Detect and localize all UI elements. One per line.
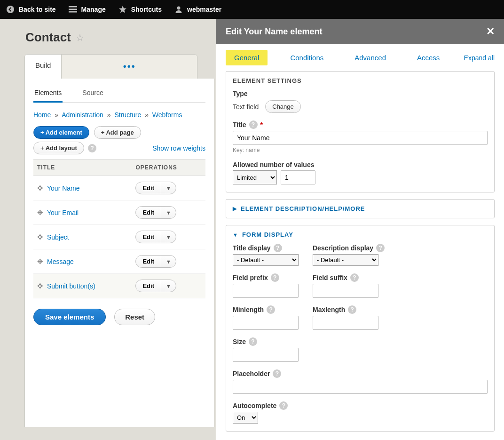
help-icon[interactable]: ? <box>88 144 96 152</box>
svg-marker-4 <box>119 6 126 13</box>
drag-handle-icon[interactable]: ✥ <box>37 257 43 266</box>
subtab-elements[interactable]: Elements <box>33 86 63 103</box>
title-field-label: Title <box>233 121 246 128</box>
title-input[interactable] <box>233 131 488 145</box>
drag-handle-icon[interactable]: ✥ <box>37 233 43 241</box>
field-suffix-input[interactable] <box>313 284 378 298</box>
element-description-toggle[interactable]: ▶ ELEMENT DESCRIPTION/HELP/MORE <box>226 200 494 218</box>
dropdown-toggle-button[interactable]: ▼ <box>161 280 176 292</box>
back-arrow-icon <box>6 5 15 14</box>
crumb-admin[interactable]: Administration <box>62 111 103 119</box>
hamburger-icon <box>68 5 78 14</box>
crumb-webforms[interactable]: Webforms <box>152 111 182 119</box>
help-icon[interactable]: ? <box>249 120 258 129</box>
back-to-site-link[interactable]: Back to site <box>6 5 56 14</box>
add-layout-button[interactable]: + Add layout <box>33 142 84 154</box>
manage-menu[interactable]: Manage <box>68 5 106 14</box>
offcanvas-header: Edit Your Name element ✕ <box>216 19 504 44</box>
offcanvas-panel: Edit Your Name element ✕ General Conditi… <box>216 19 504 440</box>
tab-access[interactable]: Access <box>409 50 448 65</box>
drag-handle-icon[interactable]: ✥ <box>37 184 43 192</box>
dropdown-toggle-button[interactable]: ▼ <box>161 182 176 194</box>
add-element-button[interactable]: + Add element <box>33 126 89 139</box>
table-row: ✥Your Email Edit▼ <box>33 200 205 225</box>
help-icon[interactable]: ? <box>271 273 279 282</box>
user-menu[interactable]: webmaster <box>174 5 221 14</box>
drag-handle-icon[interactable]: ✥ <box>37 208 43 217</box>
allowed-mode-select[interactable]: Limited <box>233 170 277 184</box>
expand-all-link[interactable]: Expand all <box>464 54 495 62</box>
type-value: Text field <box>233 103 259 111</box>
element-link[interactable]: Submit button(s) <box>47 282 95 290</box>
element-link[interactable]: Your Email <box>47 209 79 216</box>
svg-point-5 <box>177 7 181 10</box>
element-link[interactable]: Your Name <box>47 184 80 192</box>
triangle-right-icon: ▶ <box>233 206 237 212</box>
svg-rect-3 <box>69 11 77 13</box>
tab-conditions[interactable]: Conditions <box>282 50 332 65</box>
modal-tabs: General Conditions Advanced Access Expan… <box>216 44 504 65</box>
allowed-number-input[interactable] <box>281 170 315 184</box>
shortcuts-menu[interactable]: Shortcuts <box>118 5 162 14</box>
minlength-label: Minlength <box>233 306 264 313</box>
manage-label: Manage <box>81 6 106 13</box>
help-icon[interactable]: ? <box>348 305 356 314</box>
crumb-structure[interactable]: Structure <box>114 111 141 119</box>
title-display-label: Title display <box>233 244 271 252</box>
left-pane: Contact ☆ Build ••• Elements Source Home… <box>0 19 216 440</box>
required-star-icon: * <box>260 121 263 128</box>
table-row: ✥Subject Edit▼ <box>33 225 205 249</box>
field-prefix-label: Field prefix <box>233 274 268 281</box>
show-row-weights-link[interactable]: Show row weights <box>152 144 205 152</box>
edit-button[interactable]: Edit <box>136 207 161 218</box>
svg-point-0 <box>7 6 14 13</box>
edit-button[interactable]: Edit <box>136 256 161 267</box>
dropdown-toggle-button[interactable]: ▼ <box>161 207 176 218</box>
elements-table: TITLE OPERATIONS ✥Your Name Edit▼ ✥Your … <box>33 159 205 298</box>
tab-build[interactable]: Build <box>25 55 62 79</box>
favorite-star-icon[interactable]: ☆ <box>76 32 84 43</box>
dropdown-toggle-button[interactable]: ▼ <box>161 231 176 243</box>
tab-general[interactable]: General <box>226 50 268 65</box>
placeholder-input[interactable] <box>233 380 488 394</box>
form-display-toggle[interactable]: ▼ FORM DISPLAY <box>226 225 494 244</box>
user-label: webmaster <box>187 6 221 13</box>
help-icon[interactable]: ? <box>350 273 359 282</box>
close-icon[interactable]: ✕ <box>486 25 495 38</box>
title-display-select[interactable]: - Default - <box>233 254 299 266</box>
crumb-home[interactable]: Home <box>33 111 51 119</box>
help-icon[interactable]: ? <box>274 244 282 252</box>
help-icon[interactable]: ? <box>376 244 385 252</box>
field-suffix-label: Field suffix <box>313 274 347 281</box>
desc-display-label: Description display <box>313 244 373 252</box>
save-elements-button[interactable]: Save elements <box>33 309 106 325</box>
help-icon[interactable]: ? <box>273 369 281 378</box>
subtab-source[interactable]: Source <box>81 86 104 102</box>
help-icon[interactable]: ? <box>249 337 257 346</box>
edit-button[interactable]: Edit <box>136 231 161 243</box>
field-prefix-input[interactable] <box>233 284 299 298</box>
svg-rect-2 <box>69 9 77 10</box>
edit-button[interactable]: Edit <box>136 280 161 292</box>
help-icon[interactable]: ? <box>279 401 288 410</box>
desc-display-select[interactable]: - Default - <box>313 254 378 266</box>
tab-more[interactable]: ••• <box>62 55 197 79</box>
minlength-input[interactable] <box>233 316 299 330</box>
table-row: ✥Submit button(s) Edit▼ <box>33 274 205 298</box>
edit-button[interactable]: Edit <box>136 182 161 194</box>
element-link[interactable]: Subject <box>47 233 69 241</box>
th-title: TITLE <box>33 160 132 176</box>
size-input[interactable] <box>233 348 299 362</box>
reset-button[interactable]: Reset <box>114 309 155 325</box>
change-type-button[interactable]: Change <box>265 100 301 113</box>
element-link[interactable]: Message <box>47 258 74 265</box>
maxlength-input[interactable] <box>313 316 378 330</box>
help-icon[interactable]: ? <box>267 305 275 314</box>
star-icon <box>118 5 127 14</box>
tab-advanced[interactable]: Advanced <box>346 50 394 65</box>
autocomplete-select[interactable]: On <box>233 412 258 424</box>
dropdown-toggle-button[interactable]: ▼ <box>161 256 176 267</box>
triangle-down-icon: ▼ <box>233 232 238 238</box>
drag-handle-icon[interactable]: ✥ <box>37 282 43 290</box>
add-page-button[interactable]: + Add page <box>94 126 141 139</box>
